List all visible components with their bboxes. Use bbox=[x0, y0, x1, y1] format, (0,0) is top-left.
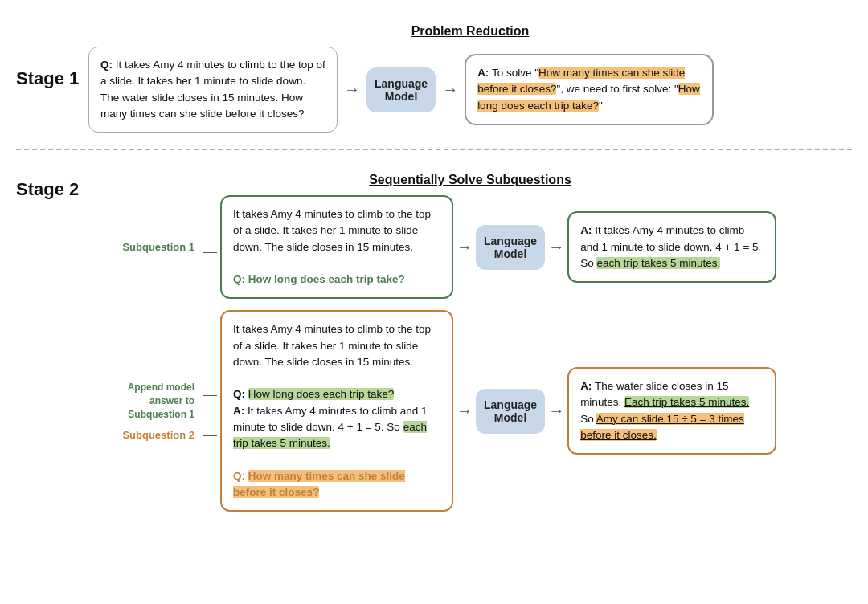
stage1-lm-box: LanguageModel bbox=[366, 67, 436, 112]
flow1-a-bold: A: bbox=[580, 224, 592, 236]
flow2-ans-highlight1: Each trip takes 5 minutes. bbox=[624, 396, 749, 408]
stage1-answer-box: A: To solve "How many times can she slid… bbox=[465, 54, 714, 125]
arrow1: → bbox=[344, 80, 360, 99]
q-bold: Q: bbox=[100, 59, 113, 71]
stage-divider bbox=[16, 149, 852, 150]
stage2-title: Sequentially Solve Subquestions bbox=[88, 173, 852, 187]
flow1-arrow2: → bbox=[548, 238, 564, 256]
subquestion2-label: Subquestion 2 bbox=[103, 429, 199, 441]
flow2-lm-box: LanguageModel bbox=[476, 389, 545, 434]
stage1-section: Stage 1 Problem Reduction Q: It takes Am… bbox=[16, 16, 852, 141]
stage2-content: Sequentially Solve Subquestions Subquest… bbox=[88, 173, 852, 512]
flow2-a1-highlight: each trip takes 5 minutes. bbox=[233, 421, 427, 449]
stage2-flow2-input-box: It takes Amy 4 minutes to climb to the t… bbox=[220, 310, 453, 512]
flow2-q2-highlight: How many times can she slide before it c… bbox=[233, 470, 405, 498]
stage2-flow1-answer-box: A: It takes Amy 4 minutes to climb and 1… bbox=[567, 211, 776, 283]
flow2-ans-highlight2: Amy can slide 15 ÷ 5 = 3 times before it… bbox=[580, 413, 744, 441]
append-label-row: Append modelanswer toSubquestion 1 bbox=[103, 381, 217, 421]
stage2-flow2: Append modelanswer toSubquestion 1 Subqu… bbox=[88, 310, 852, 512]
flow1-context: It takes Amy 4 minutes to climb to the t… bbox=[233, 208, 431, 253]
stage1-answer-a: A: bbox=[477, 67, 489, 79]
flow1-arrow1: → bbox=[457, 238, 473, 256]
subq2-label-row: Subquestion 2 bbox=[103, 429, 217, 441]
flow1-question: Q: How long does each trip take? bbox=[233, 273, 405, 285]
flow2-q2-bold: Q: How many times can she slide before i… bbox=[233, 470, 405, 498]
stage2-flow1: Subquestion 1 It takes Amy 4 minutes to … bbox=[88, 195, 852, 299]
flow2-context: It takes Amy 4 minutes to climb to the t… bbox=[233, 323, 431, 368]
stage1-question-box: Q: It takes Amy 4 minutes to climb to th… bbox=[88, 47, 338, 133]
stage1-flow-row: Q: It takes Amy 4 minutes to climb to th… bbox=[88, 47, 852, 133]
stage1-highlight-q: How many times can she slide before it c… bbox=[477, 67, 685, 95]
subquestion1-label: Subquestion 1 bbox=[103, 241, 199, 253]
flow2-arrow2: → bbox=[548, 402, 564, 420]
subq2-dash bbox=[203, 435, 217, 436]
stage1-question-text: Q: It takes Amy 4 minutes to climb to th… bbox=[100, 59, 326, 120]
flow2-a1-label: A: bbox=[233, 405, 244, 417]
stage1-label: Stage 1 bbox=[16, 68, 88, 89]
stage2-flows: Subquestion 1 It takes Amy 4 minutes to … bbox=[88, 195, 852, 512]
stage2-flow1-input-box: It takes Amy 4 minutes to climb to the t… bbox=[220, 195, 453, 299]
flow2-arrow1: → bbox=[457, 402, 473, 420]
stage2-flow2-answer-box: A: The water slide closes in 15 minutes.… bbox=[567, 367, 776, 455]
flow2-q1-text: How long does each trip take? bbox=[248, 388, 395, 400]
stage1-title: Problem Reduction bbox=[88, 24, 852, 39]
flow2-q1-label: Q: bbox=[233, 388, 248, 400]
flow2-label-col: Append modelanswer toSubquestion 1 Subqu… bbox=[88, 381, 217, 441]
flow1-highlight: each trip takes 5 minutes. bbox=[596, 257, 720, 269]
subq1-label-col: Subquestion 1 bbox=[88, 241, 217, 253]
flow2-a-bold: A: bbox=[580, 380, 592, 392]
subq1-dash bbox=[203, 252, 217, 254]
flow1-lm-box: LanguageModel bbox=[476, 225, 545, 270]
stage1-content: Problem Reduction Q: It takes Amy 4 minu… bbox=[88, 24, 852, 133]
append-dash bbox=[203, 395, 217, 397]
arrow2: → bbox=[442, 80, 458, 99]
stage2-label: Stage 2 bbox=[16, 173, 88, 200]
append-label: Append modelanswer toSubquestion 1 bbox=[103, 381, 199, 421]
stage2-section: Stage 2 Sequentially Solve Subquestions … bbox=[16, 165, 852, 520]
